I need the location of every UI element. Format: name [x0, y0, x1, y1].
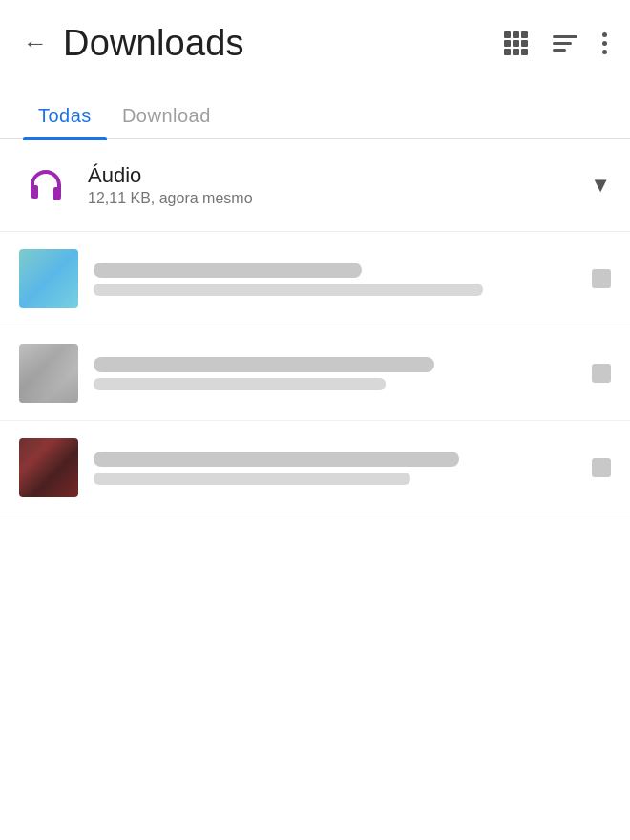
audio-section-header[interactable]: Áudio 12,11 KB, agora mesmo ▼ — [0, 139, 630, 232]
file-info — [94, 452, 580, 485]
file-name-blurred — [94, 262, 362, 278]
app-bar-icons — [496, 24, 615, 63]
grid-icon — [504, 32, 528, 55]
chevron-down-icon[interactable]: ▼ — [590, 173, 611, 198]
sort-icon — [553, 35, 578, 52]
file-thumbnail — [19, 344, 78, 403]
file-action-icon[interactable] — [592, 269, 611, 288]
file-info — [94, 262, 580, 296]
audio-section-title: Áudio — [88, 163, 590, 188]
tab-download[interactable]: Download — [107, 94, 226, 138]
tabs-bar: Todas Download — [0, 86, 630, 139]
audio-icon-wrap — [19, 158, 73, 212]
file-info — [94, 357, 580, 390]
file-thumbnail — [19, 438, 78, 497]
file-meta-blurred — [94, 284, 483, 296]
file-meta-blurred — [94, 378, 386, 390]
file-meta-blurred — [94, 472, 410, 485]
file-list — [0, 232, 630, 515]
more-options-icon — [602, 32, 607, 54]
file-name-blurred — [94, 357, 434, 372]
back-button[interactable]: ← — [15, 21, 55, 66]
file-thumbnail — [19, 249, 78, 308]
sort-button[interactable] — [545, 28, 585, 59]
file-item[interactable] — [0, 326, 630, 421]
file-item[interactable] — [0, 421, 630, 515]
app-bar: ← Downloads — [0, 0, 630, 86]
file-name-blurred — [94, 452, 459, 467]
audio-section-info: Áudio 12,11 KB, agora mesmo — [88, 163, 590, 207]
file-action-icon[interactable] — [592, 458, 611, 477]
audio-section-meta: 12,11 KB, agora mesmo — [88, 190, 590, 207]
tab-todas[interactable]: Todas — [23, 94, 107, 138]
file-action-icon[interactable] — [592, 364, 611, 383]
file-item[interactable] — [0, 232, 630, 326]
more-options-button[interactable] — [595, 25, 615, 62]
headphone-icon — [25, 164, 67, 206]
page-title: Downloads — [63, 23, 496, 64]
grid-view-button[interactable] — [496, 24, 536, 63]
